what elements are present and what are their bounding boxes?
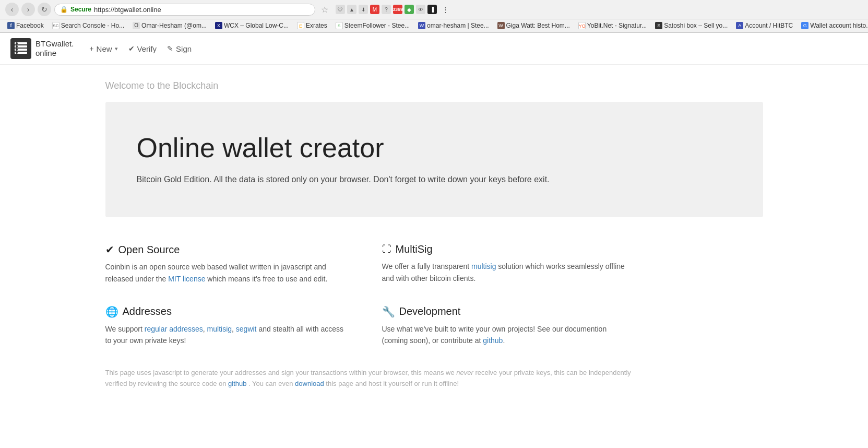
bookmark-steemfollower[interactable]: S SteemFollower - Stee... [332, 21, 413, 30]
secure-label: Secure [70, 6, 91, 13]
svg-point-4 [16, 42, 18, 44]
feature-multisig-title: ⛶ MultiSig [382, 243, 627, 255]
logo-icon [10, 38, 31, 59]
feature-opensource: ✔ Open Source Coinbin is an open source … [105, 243, 351, 285]
segwit-link[interactable]: segwit [236, 325, 257, 333]
ac-favicon: A [736, 22, 743, 29]
mit-license-link[interactable]: MIT license [168, 275, 205, 283]
bookmark-label: Satoshi box – Sell yo... [664, 22, 728, 29]
bookmark-label: Search Console - Ho... [61, 22, 124, 29]
site-nav: BTGwallet. online + New ▾ ✔ Verify ✎ Sig… [0, 33, 868, 65]
yo-favicon: YO [578, 22, 586, 29]
sc-favicon: SC [52, 22, 60, 29]
ext-green-icon[interactable]: ◆ [405, 5, 414, 14]
ext-q-icon[interactable]: ? [382, 5, 391, 14]
ext-blk-icon[interactable]: ▐ [427, 5, 437, 14]
new-dropdown-arrow: ▾ [115, 45, 118, 52]
ext-eyeicon[interactable]: 👁 [416, 5, 425, 14]
bookmark-hitbtc[interactable]: A Account / HitBTC [733, 21, 796, 30]
footer-note-post1: . You can even [248, 380, 295, 387]
multisig-link[interactable]: multisig [471, 262, 496, 270]
main-content: Welcome to the Blockchain Online wallet … [95, 65, 774, 405]
bookmark-star-icon[interactable]: ☆ [321, 5, 328, 15]
footer-note: This page uses javascript to generate yo… [105, 368, 653, 390]
gw-favicon: W [497, 22, 505, 29]
browser-chrome: ‹ › ↻ 🔒 Secure https://btgwallet.online … [0, 0, 868, 33]
footer-note-pre: This page uses javascript to generate yo… [105, 369, 457, 376]
globe-feature-icon: 🌐 [105, 305, 118, 318]
verify-nav-item[interactable]: ✔ Verify [128, 44, 157, 53]
features-grid: ✔ Open Source Coinbin is an open source … [105, 243, 627, 347]
feature-opensource-title: ✔ Open Source [105, 243, 351, 256]
bookmark-facebook[interactable]: f Facebook [4, 21, 47, 30]
bookmarks-bar: f Facebook SC Search Console - Ho... O O… [0, 19, 868, 32]
bookmark-label: SteemFollower - Stee... [344, 22, 410, 29]
bookmark-searchconsole[interactable]: SC Search Console - Ho... [49, 21, 127, 30]
feature-addresses-desc: We support regular addresses, multisig, … [105, 323, 351, 347]
bookmark-label: Exrates [306, 22, 327, 29]
plus-icon: + [89, 44, 93, 53]
bookmark-wcx[interactable]: X WCX – Global Low-C... [212, 21, 292, 30]
bookmark-wallet[interactable]: G Wallet account histo... [798, 21, 868, 30]
bookmark-label: WCX – Global Low-C... [224, 22, 289, 29]
back-button[interactable]: ‹ [5, 3, 19, 16]
reload-button[interactable]: ↻ [38, 3, 51, 16]
site-logo: BTGwallet. online [10, 38, 74, 59]
welcome-text: Welcome to the Blockchain [105, 80, 763, 91]
url-text: https://btgwallet.online [94, 6, 161, 14]
new-label: New [97, 44, 112, 53]
bookmark-gigawatt[interactable]: W Giga Watt: Best Hom... [494, 21, 573, 30]
feature-multisig-desc: We offer a fully transparent multisig so… [382, 261, 627, 284]
download-link[interactable]: download [295, 380, 324, 387]
wrench-feature-icon: 🔧 [382, 305, 395, 318]
new-nav-item[interactable]: + New ▾ [89, 44, 117, 53]
go-favicon: G [801, 22, 808, 29]
github-dev-link[interactable]: github [483, 336, 503, 345]
feature-development-title: 🔧 Development [382, 305, 627, 318]
feature-development: 🔧 Development Use what we've built to wr… [382, 305, 627, 347]
feature-addresses: 🌐 Addresses We support regular addresses… [105, 305, 351, 347]
bookmark-omar[interactable]: O Omar-Hesham (@om... [129, 21, 210, 30]
feature-multisig-label: MultiSig [396, 243, 433, 255]
ext-red-icon[interactable]: 3369 [393, 5, 402, 14]
fb-favicon: f [7, 22, 15, 29]
lock-icon: 🔒 [60, 6, 68, 13]
regular-addresses-link[interactable]: regular addresses [145, 325, 203, 333]
bookmark-label: Giga Watt: Best Hom... [506, 22, 570, 29]
verify-label: Verify [137, 44, 157, 53]
ext-dl-icon[interactable]: ⬇ [359, 5, 368, 14]
hero-description: Bitcoin Gold Edition. All the data is st… [137, 173, 607, 186]
sign-nav-item[interactable]: ✎ Sign [167, 44, 192, 53]
github-footer-link[interactable]: github [228, 380, 246, 387]
pen-icon: ✎ [167, 44, 173, 53]
svg-point-5 [16, 45, 18, 48]
bookmark-label: Omar-Hesham (@om... [141, 22, 207, 29]
multisig-addr-link[interactable]: multisig [207, 325, 232, 333]
forward-button[interactable]: › [21, 3, 35, 16]
bookmark-satoshi[interactable]: S Satoshi box – Sell yo... [652, 21, 731, 30]
multisig-feature-icon: ⛶ [382, 244, 391, 255]
logo-text: BTGwallet. online [35, 39, 74, 58]
wcx-favicon: X [215, 22, 222, 29]
feature-development-desc: Use what we've built to write your own p… [382, 323, 627, 347]
feature-addresses-title: 🌐 Addresses [105, 305, 351, 318]
svg-point-7 [16, 52, 18, 54]
bookmark-exrates[interactable]: E Exrates [294, 21, 330, 30]
bookmark-label: Account / HitBTC [745, 22, 793, 29]
logo-line2: online [35, 49, 74, 58]
feature-development-label: Development [399, 305, 461, 317]
hero-title: Online wallet creator [137, 133, 732, 163]
bookmark-steem[interactable]: W omar-hesham | Stee... [415, 21, 492, 30]
ext-mail-icon[interactable]: M [370, 5, 379, 14]
feature-opensource-desc: Coinbin is an open source web based wall… [105, 261, 351, 285]
feature-addresses-label: Addresses [123, 305, 172, 317]
bookmark-yobit[interactable]: YO YoBit.Net - Signatur... [575, 21, 650, 30]
address-bar[interactable]: 🔒 Secure https://btgwallet.online [54, 4, 315, 16]
bookmark-label: Wallet account histo... [810, 22, 868, 29]
ext-shield-icon[interactable]: 🛡 [336, 5, 345, 14]
ext-drive-icon[interactable]: ▲ [347, 5, 356, 14]
chrome-menu-icon[interactable]: ⋮ [442, 6, 449, 14]
feature-opensource-label: Open Source [118, 244, 180, 256]
sf-favicon: S [336, 22, 343, 29]
logo-line1: BTGwallet. [35, 39, 74, 49]
